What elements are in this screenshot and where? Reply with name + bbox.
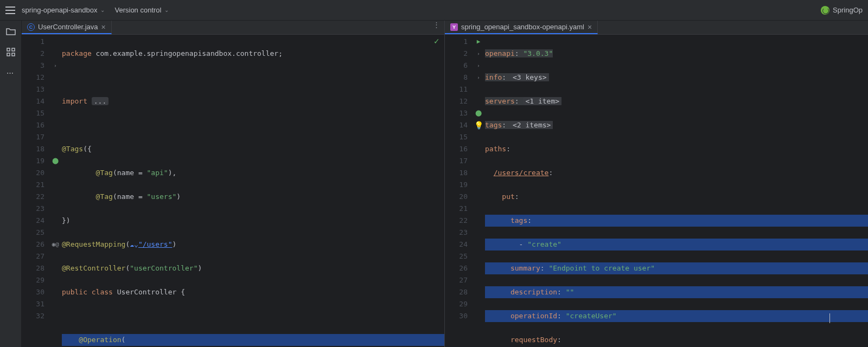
spring-icon [821,6,829,15]
line-gutter: 1268111213141516171819202122232425262728… [445,35,472,347]
yaml-file-icon: Y [450,23,458,31]
code-editor[interactable]: package com.example.springopenapisandbox… [62,35,444,347]
project-dropdown[interactable]: spring-openapi-sandbox ⌄ [22,6,105,14]
svg-rect-2 [7,53,10,56]
text-cursor [829,313,830,323]
svg-rect-1 [12,48,15,51]
override-icon: ⬤ [52,155,59,167]
chevron-down-icon: ⌄ [100,7,105,13]
version-control-dropdown[interactable]: Version control ⌄ [114,6,169,14]
run-config-label: SpringOp [833,6,863,14]
project-name: spring-openapi-sandbox [22,6,97,14]
intention-bulb-icon: 💡 [474,119,483,131]
code-editor[interactable]: openapi: "3.0.3" info: <3 keys> servers:… [485,35,868,347]
project-tool-icon[interactable] [5,26,16,37]
close-icon[interactable]: × [588,23,592,31]
gutter-icons: ▶›››⬤💡 [472,35,485,347]
tabs-menu-icon[interactable]: ⋮ [429,21,444,34]
line-gutter: 1231213141516171819202122232425262728293… [22,35,49,347]
tab-usercontroller[interactable]: C UserController.java × [22,21,112,34]
svg-rect-0 [7,48,10,51]
endpoint-icon: ◉@ [52,239,59,250]
tab-label: spring_openapi_sandbox-openapi.yaml [461,23,584,31]
chevron-down-icon: ⌄ [164,7,169,13]
more-tool-icon[interactable]: ⋯ [5,67,16,78]
inspection-ok-icon[interactable]: ✓ [433,37,440,46]
tab-label: UserController.java [38,23,98,31]
java-file-icon: C [27,23,35,31]
svg-rect-3 [12,53,15,56]
tab-openapi-yaml[interactable]: Y spring_openapi_sandbox-openapi.yaml × [445,21,598,34]
close-icon[interactable]: × [101,23,106,31]
structure-tool-icon[interactable] [5,47,16,57]
gutter-icons: ›⬤◉@ [49,35,62,347]
run-config-selector[interactable]: SpringOp [821,6,863,15]
hamburger-menu[interactable] [5,7,15,14]
run-icon: ▶ [477,36,481,48]
version-control-label: Version control [114,6,161,14]
endpoint-icon: ⬤ [475,107,482,119]
